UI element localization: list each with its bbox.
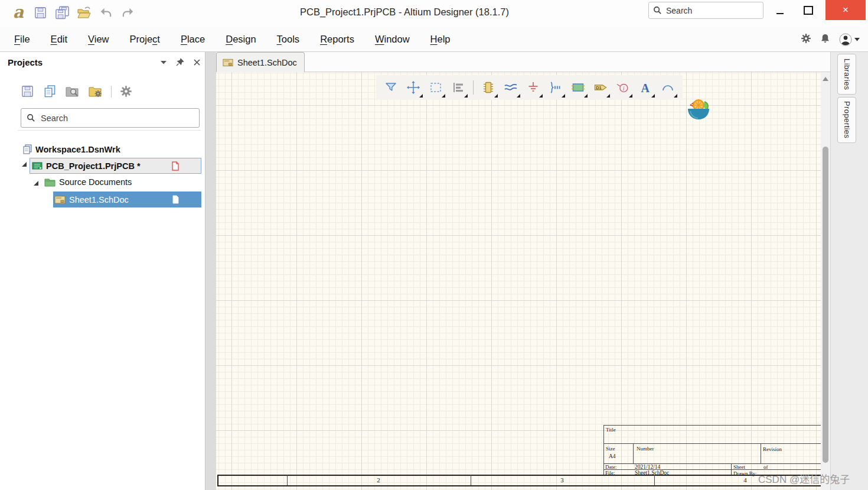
titleblock-revision-label: Revision <box>763 446 782 452</box>
vertical-scrollbar[interactable] <box>821 72 830 490</box>
titleblock-size-value: A4 <box>609 453 616 459</box>
titleblock-number-label: Number <box>637 446 654 452</box>
save-all-button[interactable] <box>54 5 70 20</box>
panel-close-icon[interactable] <box>194 59 200 66</box>
modified-document-icon <box>172 161 179 171</box>
filter-icon <box>384 80 398 95</box>
scroll-up-icon[interactable] <box>823 77 828 81</box>
place-sheet-symbol-button[interactable] <box>570 80 586 95</box>
undo-icon <box>99 7 113 19</box>
place-port-button[interactable]: D1 <box>593 80 608 95</box>
pin-icon[interactable] <box>176 58 184 66</box>
titleblock-of-label: of <box>763 464 768 470</box>
filter-button[interactable] <box>383 80 399 95</box>
menu-project[interactable]: Project <box>130 34 160 45</box>
settings-gear-button[interactable] <box>801 33 811 46</box>
menu-reports[interactable]: Reports <box>320 34 354 45</box>
redo-icon <box>121 7 135 19</box>
tab-sheet1-schdoc[interactable]: Sheet1.SchDoc <box>216 52 305 72</box>
menu-file[interactable]: File <box>14 34 30 45</box>
document-tab-bar: Sheet1.SchDoc <box>216 52 830 72</box>
align-button[interactable] <box>451 80 466 95</box>
menu-view[interactable]: View <box>88 34 109 45</box>
part-icon <box>481 80 495 95</box>
undo-button[interactable] <box>98 5 113 20</box>
place-harness-button[interactable] <box>548 80 563 95</box>
zone-number: 4 <box>739 476 751 483</box>
toolbar-separator <box>111 86 112 98</box>
place-part-button[interactable] <box>481 80 496 95</box>
open-button[interactable] <box>76 5 92 20</box>
menu-tools[interactable]: Tools <box>277 34 300 45</box>
projects-search-input[interactable] <box>40 113 190 124</box>
altium-designer-window: a PCB_Project1.PrjPCB - Altium Designer … <box>0 0 868 490</box>
projects-toolbar <box>21 85 132 98</box>
global-search-input[interactable] <box>665 5 750 16</box>
notifications-button[interactable] <box>820 33 830 46</box>
project-options-icon[interactable] <box>88 85 103 98</box>
projects-search-box[interactable] <box>21 108 200 128</box>
tree-item-label: Sheet1.SchDoc <box>69 195 129 205</box>
titleblock-title-label: Title <box>606 427 616 433</box>
titleblock-size-label: Size <box>606 446 615 452</box>
tab-libraries[interactable]: Libraries <box>837 54 856 95</box>
sheet-border-line <box>217 475 218 486</box>
tree-item-workspace[interactable]: Workspace1.DsnWrk <box>22 144 120 154</box>
menu-help[interactable]: Help <box>430 34 451 45</box>
wire-icon <box>504 80 518 95</box>
altium-logo-icon: a <box>11 5 26 20</box>
align-icon <box>451 80 465 95</box>
tree-item-project[interactable]: PCB_Project1.PrjPCB * <box>30 158 201 174</box>
place-wire-button[interactable] <box>503 80 518 95</box>
place-directive-button[interactable]: i <box>615 80 631 95</box>
title-block-line <box>761 443 761 463</box>
minimize-button[interactable] <box>768 0 792 20</box>
projects-panel-header: Projects <box>0 52 205 72</box>
maximize-button[interactable] <box>796 0 821 20</box>
scrollbar-thumb[interactable] <box>823 147 828 463</box>
user-account-button[interactable] <box>839 33 860 46</box>
panel-splitter[interactable] <box>205 52 216 490</box>
search-in-folder-icon[interactable] <box>65 85 80 98</box>
menu-design[interactable]: Design <box>226 34 256 45</box>
search-icon <box>653 6 662 15</box>
open-folder-icon <box>77 6 92 20</box>
move-button[interactable] <box>406 80 421 95</box>
menu-edit[interactable]: Edit <box>51 34 67 45</box>
tab-label: Sheet1.SchDoc <box>237 58 297 67</box>
dropdown-corner-icon <box>584 94 588 98</box>
save-project-icon[interactable] <box>21 85 34 98</box>
tree-item-label: Workspace1.DsnWrk <box>35 145 120 154</box>
place-gnd-button[interactable] <box>526 80 541 95</box>
tab-properties[interactable]: Properties <box>837 97 856 143</box>
minimize-icon <box>776 13 784 14</box>
schematic-canvas[interactable]: D1 i A <box>216 72 821 490</box>
place-arc-button[interactable] <box>660 80 676 95</box>
save-icon <box>34 6 47 20</box>
move-icon <box>406 80 420 95</box>
tree-item-source-documents[interactable]: Source Documents <box>44 177 132 187</box>
save-all-icon <box>55 5 70 20</box>
close-button[interactable]: × <box>825 0 866 20</box>
panel-settings-gear-icon[interactable] <box>120 85 132 98</box>
expander-icon[interactable] <box>22 162 27 167</box>
zone-divider <box>471 475 471 485</box>
tree-item-label: PCB_Project1.PrjPCB * <box>46 161 141 171</box>
zone-number: 3 <box>556 476 568 483</box>
panel-dropdown-icon[interactable] <box>161 60 167 64</box>
copy-documents-icon[interactable] <box>43 85 57 98</box>
menu-place[interactable]: Place <box>181 34 205 45</box>
global-search-box[interactable] <box>648 2 763 19</box>
save-button[interactable] <box>32 5 48 20</box>
tree-item-label: Source Documents <box>59 177 132 187</box>
sheet-border-line <box>217 485 821 486</box>
window-title: PCB_Project1.PrjPCB - Altium Designer (1… <box>177 7 632 18</box>
schematic-doc-icon <box>54 196 66 204</box>
tree-item-sheet1[interactable]: Sheet1.SchDoc <box>53 192 201 207</box>
menu-window[interactable]: Window <box>375 34 410 45</box>
expander-icon[interactable] <box>34 181 38 186</box>
place-text-button[interactable]: A <box>638 80 653 95</box>
dropdown-corner-icon <box>464 94 468 98</box>
redo-button[interactable] <box>120 5 135 20</box>
select-area-button[interactable] <box>428 80 443 95</box>
